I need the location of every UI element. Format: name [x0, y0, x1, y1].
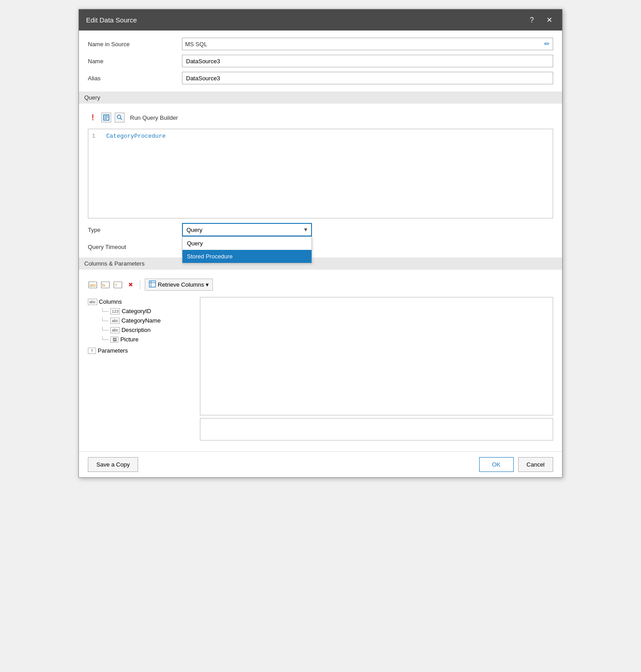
- name-in-source-input-wrapper: ✏: [182, 38, 553, 50]
- query-toolbar: ! Run Query Builder: [88, 111, 553, 124]
- parameters-root-item[interactable]: ? Parameters: [88, 346, 195, 355]
- svg-text:?: ?: [115, 283, 117, 288]
- type-label: Type: [88, 227, 178, 233]
- tree-item-categoryid[interactable]: └─ 123 CategoryID: [88, 306, 195, 316]
- tree-label-categoryname: CategoryName: [121, 317, 160, 324]
- tree-item-categoryname[interactable]: └─ abc CategoryName: [88, 316, 195, 325]
- properties-panel: [200, 297, 553, 415]
- dialog-title: Edit Data Source: [86, 16, 137, 24]
- search-query-icon[interactable]: [115, 113, 125, 122]
- query-timeout-label: Query Timeout: [88, 244, 178, 250]
- columns-params-area: abc Columns └─ 123 CategoryID └─ abc Cat…: [88, 297, 553, 441]
- line-number: 1: [92, 133, 99, 140]
- columns-label: Columns: [99, 298, 122, 305]
- tree-label-description: Description: [121, 327, 151, 333]
- type-select-wrapper: Query Stored Procedure ▼ Query Stored Pr…: [182, 223, 312, 236]
- right-panel: [200, 297, 553, 441]
- retrieve-chevron-icon: ▾: [206, 281, 209, 288]
- svg-text:fx: fx: [102, 283, 106, 288]
- svg-point-4: [117, 115, 121, 119]
- tree-label-categoryid: CategoryID: [121, 308, 151, 314]
- dialog-body: Name in Source ✏ Name Alias Query !: [79, 31, 562, 448]
- tree-connector: └─: [100, 336, 108, 343]
- param-icon: ?: [88, 348, 96, 354]
- type-row: Type Query Stored Procedure ▼ Query Stor…: [88, 223, 553, 236]
- columns-abc-icon: abc: [88, 299, 97, 305]
- name-in-source-input[interactable]: [185, 41, 544, 48]
- dropdown-option-query[interactable]: Query: [182, 237, 312, 250]
- retrieve-columns-button[interactable]: Retrieve Columns ▾: [145, 279, 213, 291]
- retrieve-columns-label: Retrieve Columns: [158, 281, 204, 288]
- name-row: Name: [88, 55, 553, 67]
- tree-item-description[interactable]: └─ abc Description: [88, 325, 195, 335]
- add-string-column-icon[interactable]: abc: [88, 280, 98, 290]
- abc-icon-3: abc: [110, 327, 120, 333]
- svg-rect-12: [149, 281, 156, 287]
- delete-icon[interactable]: ✖: [126, 280, 135, 290]
- tree-connector: └─: [100, 308, 108, 314]
- abc-icon-2: abc: [110, 318, 120, 324]
- tree-item-picture[interactable]: └─ 🖼 Picture: [88, 335, 195, 344]
- exclamation-icon: !: [88, 113, 98, 122]
- parameters-label: Parameters: [98, 347, 128, 354]
- title-bar: Edit Data Source ? ✕: [79, 9, 562, 31]
- dropdown-option-stored-procedure[interactable]: Stored Procedure: [182, 250, 312, 263]
- name-in-source-label: Name in Source: [88, 41, 178, 48]
- details-panel: [200, 418, 553, 441]
- ok-button[interactable]: OK: [479, 457, 514, 472]
- run-query-label[interactable]: Run Query Builder: [130, 114, 178, 121]
- footer-right: OK Cancel: [479, 457, 553, 472]
- columns-root-item[interactable]: abc Columns: [88, 297, 195, 306]
- columns-params-header: Columns & Parameters: [79, 257, 562, 270]
- tree-connector: └─: [100, 317, 108, 324]
- name-input[interactable]: [182, 55, 553, 67]
- tree-connector: └─: [100, 327, 108, 333]
- columns-toolbar: abc fx ? ✖: [88, 277, 553, 292]
- query-timeout-row: Query Timeout: [88, 244, 553, 250]
- alias-label: Alias: [88, 75, 178, 82]
- query-section-header: Query: [79, 92, 562, 104]
- alias-row: Alias: [88, 72, 553, 84]
- save-copy-button[interactable]: Save a Copy: [88, 457, 138, 472]
- tree-panel: abc Columns └─ 123 CategoryID └─ abc Cat…: [88, 297, 195, 441]
- pic-icon: 🖼: [110, 336, 118, 343]
- dialog-footer: Save a Copy OK Cancel: [79, 451, 562, 477]
- edit-query-icon[interactable]: [101, 113, 111, 122]
- type-select[interactable]: Query Stored Procedure: [182, 223, 312, 236]
- svg-line-5: [121, 118, 122, 120]
- query-line-1: 1 CategoryProcedure: [92, 133, 549, 140]
- add-parameter-icon[interactable]: ?: [113, 280, 123, 290]
- close-button[interactable]: ✕: [544, 15, 555, 25]
- add-expression-icon[interactable]: fx: [100, 280, 110, 290]
- query-content: CategoryProcedure: [106, 133, 166, 140]
- num-icon: 123: [110, 308, 120, 314]
- query-editor[interactable]: 1 CategoryProcedure: [88, 129, 553, 218]
- toolbar-divider: [140, 280, 140, 289]
- name-label: Name: [88, 58, 178, 65]
- help-button[interactable]: ?: [527, 15, 537, 25]
- title-bar-controls: ? ✕: [527, 15, 555, 25]
- alias-input[interactable]: [182, 72, 553, 84]
- retrieve-columns-icon: [149, 280, 156, 289]
- cancel-button[interactable]: Cancel: [518, 457, 553, 472]
- pencil-icon[interactable]: ✏: [544, 40, 550, 48]
- name-in-source-row: Name in Source ✏: [88, 38, 553, 50]
- tree-label-picture: Picture: [120, 336, 138, 343]
- svg-text:abc: abc: [90, 283, 96, 288]
- type-dropdown: Query Stored Procedure: [182, 236, 312, 263]
- edit-data-source-dialog: Edit Data Source ? ✕ Name in Source ✏ Na…: [78, 9, 563, 478]
